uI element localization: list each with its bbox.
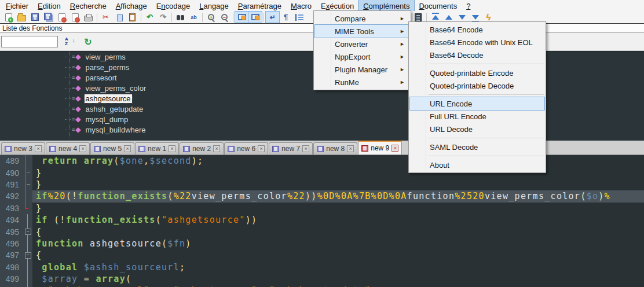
menu-separator [429,138,544,138]
plugins-menu-item-runme[interactable]: RunMe► [315,76,409,89]
fold-margin [23,285,32,287]
tab-close-icon[interactable]: × [213,145,220,152]
tab-close-icon[interactable]: × [79,145,86,152]
tab-close-icon[interactable]: × [258,145,265,152]
line-number: 499 [0,273,23,285]
fold-box-icon[interactable] [23,226,32,237]
toolbar-separator [426,13,427,22]
tab-new-8[interactable]: new 8× [313,142,357,154]
tab-new-1[interactable]: new 1× [135,142,179,154]
find-button[interactable] [174,12,187,23]
zoom-in-button[interactable]: + [204,12,218,23]
tab-close-icon[interactable]: × [124,145,131,152]
sync-horizontal-icon [251,14,259,20]
plugins-menu-item-compare[interactable]: Compare► [315,12,409,25]
sync-horizontal-scroll-button[interactable] [248,12,262,23]
menu-item-label: About [430,161,449,170]
line-number: 496 [0,238,23,249]
function-list-item[interactable]: ≡◆ashsh_getupdate [0,104,644,114]
code-editor[interactable]: 489 return array($one,$second);490}491}4… [0,155,644,287]
close-button[interactable]: − [55,12,68,23]
zoom-out-button[interactable]: − [218,12,231,23]
tab-new-9[interactable]: new 9× [358,141,402,154]
menu-macro[interactable]: Macro [286,0,316,11]
replace-button[interactable]: ab [187,12,200,23]
saved-file-icon [183,146,190,152]
copy-button[interactable] [112,12,126,23]
menu-affichage[interactable]: Affichage [111,0,152,11]
open-file-button[interactable] [15,12,28,23]
word-wrap-button[interactable]: ↵ [266,12,279,23]
menu-ex-cution[interactable]: Exécution [316,0,358,11]
show-all-characters-button[interactable]: ¶ [279,12,292,23]
menu-documents[interactable]: Documents [414,0,462,11]
sync-vertical-scroll-button[interactable] [235,12,248,23]
menu-item-label: Base64 Encode with Unix EOL [430,38,533,47]
function-list-item[interactable]: ≡◆ashgetsource [0,93,644,104]
redo-button[interactable]: ↷ [156,12,170,23]
tab-new-3[interactable]: new 3× [1,142,45,154]
mime-menu-item-url-decode[interactable]: URL Decode [410,123,544,135]
menu-recherche[interactable]: Recherche [65,0,111,11]
line-number: 498 [0,262,23,273]
tab-close-icon[interactable]: × [302,145,309,152]
menu-?[interactable]: ? [462,0,475,11]
function-diamond-icon: ◆ [75,126,80,134]
line-number: 500 [0,285,23,287]
tab-close-icon[interactable]: × [347,145,354,152]
mime-menu-item-base64-encode-with-unix-eol[interactable]: Base64 Encode with Unix EOL [410,36,544,49]
toolbar-separator [233,13,233,22]
indent-guide-button[interactable] [292,12,306,23]
tag-icon: ≡ [72,85,75,91]
cut-button[interactable]: ✂ [99,12,112,23]
tab-new-7[interactable]: new 7× [269,142,313,154]
function-diamond-icon: ◆ [75,94,80,102]
code-line: 498 global $ashsh_sourceurl; [0,262,644,273]
print-button[interactable] [82,12,95,23]
save-icon [31,13,39,21]
mime-menu-item-quoted-printable-encode[interactable]: Quoted-printable Encode [410,67,544,79]
mime-menu-item-quoted-printable-decode[interactable]: Quoted-printable Decode [410,79,544,92]
save-all-button[interactable] [42,12,55,23]
mime-menu-item-url-encode[interactable]: URL Encode [410,97,544,110]
menu-compl-ments[interactable]: Compléments [358,0,414,11]
tag-icon: ≡ [72,75,75,80]
mime-menu-item-about[interactable]: About [410,159,544,171]
saved-file-icon [94,146,101,152]
plugins-menu-item-mime-tools[interactable]: MIME Tools► [315,25,409,38]
function-list-item[interactable]: ≡◆mysql_buildwhere [0,124,644,135]
function-list-item[interactable]: ≡◆mysql_dump [0,114,644,124]
plugins-menu-item-plugin-manager[interactable]: Plugin Manager► [315,63,409,76]
function-list-search-input[interactable] [1,36,58,47]
tab-new-5[interactable]: new 5× [90,142,134,154]
tab-close-icon[interactable]: × [169,145,175,152]
undo-button[interactable]: ↶ [143,12,156,23]
new-file-button[interactable]: + [2,12,15,23]
menu-edition[interactable]: Edition [33,0,65,11]
reload-button[interactable]: ↻ [81,35,95,48]
menu-encodage[interactable]: Encodage [152,0,195,11]
word-wrap-icon: ↵ [269,13,275,21]
plugins-menu-item-converter[interactable]: Converter► [315,38,409,50]
paste-button[interactable] [126,12,139,23]
tab-new-2[interactable]: new 2× [180,142,224,154]
menu-fichier[interactable]: Fichier [1,0,33,11]
mime-menu-item-saml-decode[interactable]: SAML Decode [410,141,544,153]
tab-close-icon[interactable]: × [391,145,398,152]
fold-margin [23,214,32,226]
code-line: 496function ashgetsource($fn) [0,238,644,249]
mime-menu-item-base64-encode[interactable]: Base64 Encode [410,23,544,36]
tab-new-4[interactable]: new 4× [46,142,90,154]
save-button[interactable] [28,12,42,23]
menu-langage[interactable]: Langage [195,0,233,11]
menu-param-trage[interactable]: Paramétrage [233,0,286,11]
plugins-menu-item-nppexport[interactable]: NppExport► [315,50,409,63]
sort-button[interactable]: AZ↓ [63,35,76,48]
code-text: } [32,167,644,178]
tab-new-6[interactable]: new 6× [224,142,268,154]
mime-menu-item-full-url-encode[interactable]: Full URL Encode [410,110,544,123]
tab-close-icon[interactable]: × [35,145,42,152]
fold-box-icon[interactable] [23,249,32,261]
mime-menu-item-base64-decode[interactable]: Base64 Decode [410,49,544,61]
close-all-button[interactable]: − [68,12,82,23]
